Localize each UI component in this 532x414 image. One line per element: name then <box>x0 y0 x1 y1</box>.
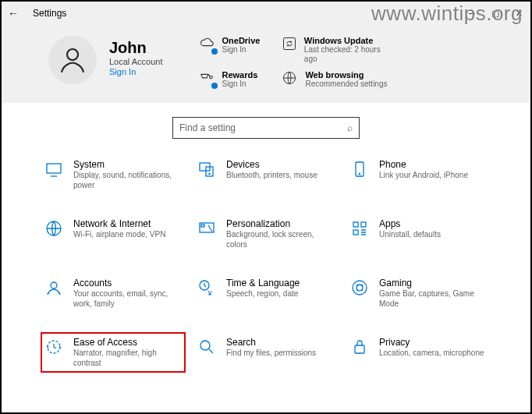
gaming-icon <box>349 278 370 298</box>
system-icon <box>44 159 64 179</box>
globe-icon <box>280 70 299 87</box>
search-input[interactable]: Find a setting ⌕ <box>172 117 360 139</box>
search-cat-icon <box>197 337 217 357</box>
tile-onedrive[interactable]: OneDrive Sign In <box>197 36 261 64</box>
rewards-icon <box>197 70 216 87</box>
window-title: Settings <box>33 8 66 19</box>
tile-web-browsing[interactable]: Web browsing Recommended settings <box>280 70 389 89</box>
cat-apps[interactable]: AppsUninstall, defaults <box>346 214 491 254</box>
cat-devices[interactable]: DevicesBluetooth, printers, mouse <box>193 154 339 195</box>
tile-windows-update[interactable]: Windows Update Last checked: 2 hours ago <box>280 36 389 64</box>
apps-icon <box>349 218 370 239</box>
header-tiles: OneDrive Sign In Windows Update Last che… <box>197 36 390 89</box>
svg-point-2 <box>209 76 212 79</box>
cat-ease-of-access[interactable]: Ease of AccessNarrator, magnifier, high … <box>41 332 186 373</box>
avatar <box>48 36 97 84</box>
svg-rect-15 <box>353 230 358 235</box>
svg-rect-14 <box>361 222 366 227</box>
svg-rect-12 <box>201 225 204 227</box>
svg-rect-1 <box>283 38 295 50</box>
svg-point-18 <box>353 281 367 295</box>
time-icon <box>197 278 217 298</box>
cat-gaming[interactable]: GamingGame Bar, captures, Game Mode <box>346 273 491 313</box>
cat-phone[interactable]: PhoneLink your Android, iPhone <box>346 154 491 195</box>
svg-point-7 <box>209 173 210 174</box>
categories-grid: SystemDisplay, sound, notifications, pow… <box>2 143 530 373</box>
cat-search[interactable]: SearchFind my files, permissions <box>193 332 339 373</box>
cat-time-language[interactable]: Time & LanguageSpeech, region, date <box>193 273 339 313</box>
minimize-button[interactable]: ─ <box>460 2 484 25</box>
cloud-icon <box>197 36 216 53</box>
svg-point-16 <box>51 282 57 288</box>
svg-rect-22 <box>355 345 364 353</box>
svg-rect-13 <box>353 222 358 227</box>
ease-icon <box>44 337 64 357</box>
cat-system[interactable]: SystemDisplay, sound, notifications, pow… <box>41 154 186 195</box>
tile-rewards[interactable]: Rewards Sign In <box>197 70 261 89</box>
refresh-icon <box>280 36 297 53</box>
back-button[interactable]: ← <box>2 2 25 25</box>
devices-icon <box>197 159 217 179</box>
network-icon <box>44 218 64 239</box>
user-block[interactable]: John Local Account Sign In <box>48 36 163 84</box>
cat-accounts[interactable]: AccountsYour accounts, email, sync, work… <box>41 273 186 313</box>
titlebar: ← Settings ─ ▢ ✕ <box>2 2 530 25</box>
cat-network[interactable]: Network & InternetWi-Fi, airplane mode, … <box>41 214 186 254</box>
user-name: John <box>109 39 163 57</box>
svg-rect-4 <box>47 164 61 173</box>
close-button[interactable]: ✕ <box>507 2 530 25</box>
personalize-icon <box>197 218 217 239</box>
signin-link[interactable]: Sign In <box>109 67 163 76</box>
phone-icon <box>349 159 370 179</box>
svg-point-0 <box>67 49 78 60</box>
privacy-icon <box>349 337 370 357</box>
account-type: Local Account <box>109 57 163 66</box>
maximize-button[interactable]: ▢ <box>484 2 507 25</box>
svg-point-9 <box>359 173 360 174</box>
cat-personalization[interactable]: PersonalizationBackground, lock screen, … <box>193 214 339 254</box>
accounts-icon <box>44 278 64 298</box>
search-icon: ⌕ <box>347 122 353 133</box>
search-placeholder: Find a setting <box>179 122 236 133</box>
svg-point-21 <box>200 341 210 350</box>
header: John Local Account Sign In OneDrive Sign… <box>2 25 530 103</box>
cat-privacy[interactable]: PrivacyLocation, camera, microphone <box>346 332 491 373</box>
